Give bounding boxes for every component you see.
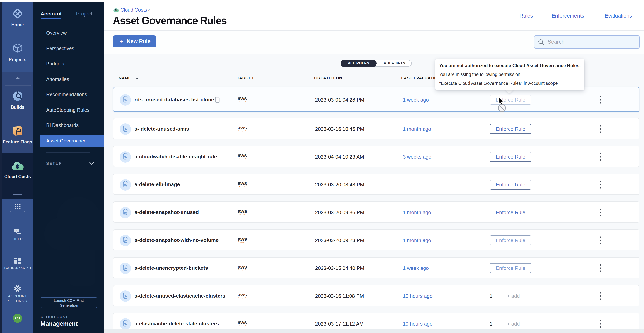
svg-text:$: $ bbox=[115, 9, 117, 12]
svg-text:$: $ bbox=[16, 163, 19, 170]
svg-text:?: ? bbox=[16, 229, 18, 232]
